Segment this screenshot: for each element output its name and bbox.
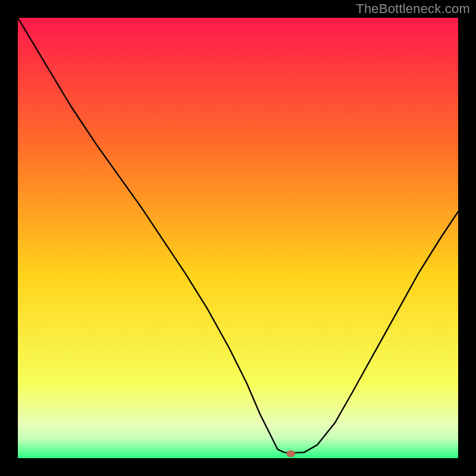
watermark-text: TheBottleneck.com	[356, 1, 470, 17]
plot-area	[18, 18, 458, 458]
optimal-point-marker	[287, 450, 295, 457]
chart-svg	[18, 18, 458, 458]
chart-frame: TheBottleneck.com	[0, 0, 476, 476]
gradient-background	[18, 18, 458, 458]
